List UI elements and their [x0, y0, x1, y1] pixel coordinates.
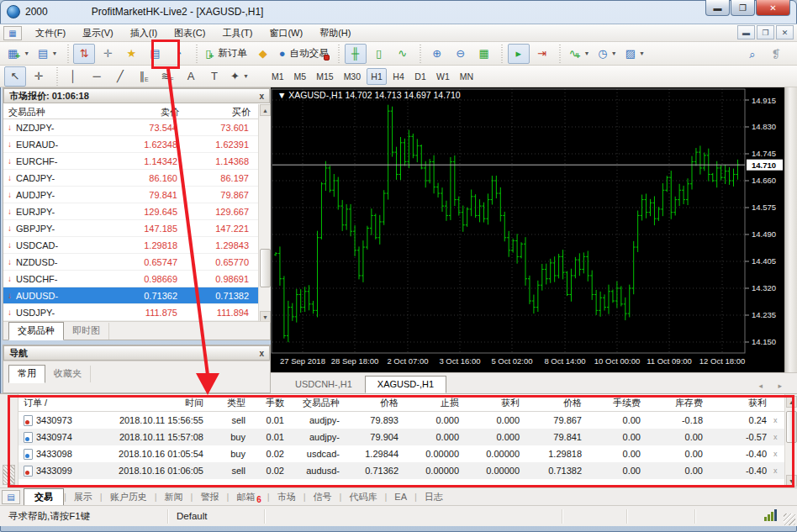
menu-view[interactable]: 显示(V) — [74, 25, 122, 41]
zoom-out-button[interactable]: ⊖ — [450, 44, 472, 64]
timeframe-m30[interactable]: M30 — [340, 68, 365, 85]
chart-tab-USDCNH-,H1[interactable]: USDCNH-,H1 — [282, 376, 365, 393]
navigator-titlebar[interactable]: 导航 x — [3, 345, 270, 361]
scroll-up-icon[interactable]: ▲ — [786, 396, 797, 408]
text-label-tool[interactable]: T — [203, 66, 225, 87]
tab-交易品种[interactable]: 交易品种 — [8, 322, 64, 340]
market-watch-row[interactable]: ↓EURJPY-129.645129.667 — [3, 203, 270, 220]
chart-system-icon[interactable]: ▦ — [3, 26, 22, 40]
chart-restore-button[interactable]: ❐ — [757, 25, 774, 40]
vertical-line-tool[interactable]: │ — [62, 66, 84, 87]
tab-收藏夹[interactable]: 收藏夹 — [45, 366, 91, 382]
market-watch-row[interactable]: ↓USDCHF-0.986690.98691 — [3, 271, 270, 287]
terminal-tab-邮箱[interactable]: 邮箱6 — [229, 489, 267, 505]
orders-col-header[interactable]: 获利 — [464, 397, 525, 409]
scrollbar-thumb[interactable] — [260, 249, 271, 287]
menu-window[interactable]: 窗口(W) — [261, 25, 311, 41]
trendline-tool[interactable]: ╱ — [109, 66, 131, 87]
cursor-tool[interactable]: ↖ — [4, 66, 26, 87]
tab-常用[interactable]: 常用 — [8, 365, 45, 383]
terminal-tab-代码库[interactable]: 代码库 — [341, 489, 384, 505]
terminal-button[interactable]: ▤ — [144, 44, 166, 64]
market-watch-header[interactable]: 交易品种 卖价 买价 — [3, 103, 270, 119]
dropdown-caret-icon[interactable]: ▼ — [583, 50, 589, 56]
fibonacci-tool[interactable]: ≋F — [156, 66, 178, 87]
chart-area[interactable]: 14.91514.83014.74514.66014.57514.49014.4… — [271, 87, 784, 372]
terminal-tab-日志[interactable]: 日志 — [417, 489, 451, 505]
text-tool[interactable]: A — [180, 66, 202, 87]
autotrading-button[interactable]: ●自动交易 — [276, 44, 332, 64]
window-close-button[interactable]: ✕ — [756, 0, 790, 16]
dropdown-caret-icon[interactable]: ▼ — [611, 50, 617, 56]
menu-insert[interactable]: 插入(I) — [122, 25, 166, 41]
orders-col-header[interactable]: 手续费 — [587, 397, 646, 409]
timeframe-w1[interactable]: W1 — [432, 68, 454, 85]
dropdown-caret-icon[interactable]: ▼ — [24, 50, 29, 56]
orders-col-header[interactable]: 价格 — [345, 397, 404, 409]
timeframe-h1[interactable]: H1 — [367, 68, 387, 85]
col-bid[interactable]: 卖价 — [117, 103, 184, 119]
orders-header-row[interactable]: 订单 /时间类型手数交易品种价格止损获利价格手续费库存费获利 — [18, 394, 784, 412]
market-watch-titlebar[interactable]: 市场报价: 01:06:18 x — [3, 88, 270, 103]
menu-tools[interactable]: 工具(T) — [214, 25, 261, 41]
terminal-scrollbar[interactable]: ▲ ▼ — [784, 394, 797, 488]
orders-col-header[interactable]: 交易品种 — [289, 397, 345, 409]
market-watch-row[interactable]: ↓AUDJPY-79.84179.867 — [3, 187, 270, 203]
market-watch-scrollbar[interactable]: ▲ ▼ — [258, 104, 271, 323]
orders-col-header[interactable]: 止损 — [404, 397, 464, 409]
timeframe-mn[interactable]: MN — [456, 68, 478, 85]
timeframe-m15[interactable]: M15 — [312, 68, 337, 85]
col-ask[interactable]: 买价 — [184, 103, 256, 119]
scrollbar-thumb[interactable] — [786, 411, 797, 443]
workspace-scroll-strip[interactable] — [784, 87, 797, 372]
close-order-icon[interactable]: x — [772, 433, 778, 441]
price-chart[interactable]: 14.91514.83014.74514.66014.57514.49014.4… — [271, 87, 784, 372]
periods-button[interactable]: ◷▼ — [594, 44, 620, 64]
strategy-tester-button[interactable]: ◔ — [167, 44, 189, 64]
menu-file[interactable]: 文件(F) — [27, 25, 74, 41]
orders-col-header[interactable]: 类型 — [208, 397, 251, 409]
market-watch-row[interactable]: ↓EURCHF-1.143421.14368 — [3, 153, 270, 170]
close-order-icon[interactable]: x — [772, 466, 778, 475]
tab-即时图[interactable]: 即时图 — [64, 323, 109, 340]
window-minimize-button[interactable]: ▬ — [705, 0, 730, 16]
candlestick-chart-button[interactable]: ▯ — [368, 44, 390, 64]
menu-charts[interactable]: 图表(C) — [166, 25, 214, 41]
market-watch-row[interactable]: ↓USDJPY-111.875111.894 — [3, 304, 270, 321]
chart-minimize-button[interactable]: ▬ — [737, 25, 755, 40]
chart-tab-XAGUSD-,H1[interactable]: XAGUSD-,H1 — [365, 376, 446, 393]
new-order-button[interactable]: ▯+新订单 — [202, 44, 251, 64]
terminal-tab-市场[interactable]: 市场 — [270, 489, 303, 505]
close-order-icon[interactable]: x — [772, 416, 778, 424]
dropdown-caret-icon[interactable]: ▼ — [639, 50, 645, 56]
market-watch-row[interactable]: ↓NZDJPY-73.54473.601 — [3, 119, 270, 136]
scroll-down-icon[interactable]: ▼ — [786, 475, 797, 487]
market-watch-row[interactable]: ↓USDCAD-1.298181.29843 — [3, 237, 270, 254]
navigator-close-icon[interactable]: x — [259, 349, 264, 358]
dropdown-caret-icon[interactable]: ▼ — [51, 50, 57, 56]
indicators-button[interactable]: ∿+▼ — [566, 44, 594, 64]
crosshair-tool[interactable]: ✛ — [28, 66, 50, 87]
dropdown-caret-icon[interactable]: ▼ — [243, 73, 249, 79]
orders-col-header[interactable]: 库存费 — [646, 397, 708, 409]
orders-col-header[interactable]: 订单 / — [18, 397, 108, 409]
terminal-tab-信号[interactable]: 信号 — [306, 489, 340, 505]
menu-help[interactable]: 帮助(H) — [311, 25, 359, 41]
search-icon[interactable]: ⌕ — [742, 44, 763, 64]
market-watch-row[interactable]: ↓EURAUD-1.623481.62391 — [3, 136, 270, 153]
terminal-tab-EA[interactable]: EA — [387, 490, 414, 503]
order-row[interactable]: 34330992018.10.16 01:06:05sell0.02audusd… — [18, 462, 784, 479]
orders-col-header[interactable]: 价格 — [525, 397, 587, 409]
horizontal-line-tool[interactable]: ─ — [86, 66, 108, 87]
close-order-icon[interactable]: x — [772, 450, 778, 458]
terminal-tab-警报[interactable]: 警报 — [193, 489, 226, 505]
timeframe-d1[interactable]: D1 — [410, 68, 430, 85]
terminal-tab-账户历史[interactable]: 账户历史 — [103, 489, 155, 505]
market-watch-row[interactable]: ↓CADJPY-86.16086.197 — [3, 170, 270, 187]
resize-grip[interactable] — [784, 514, 795, 525]
profiles-button[interactable]: ▤▼ — [34, 44, 61, 64]
terminal-tab-展示[interactable]: 展示 — [66, 489, 100, 505]
tab-scroll-arrows-icon[interactable]: ◂ ▸ — [758, 382, 789, 390]
col-symbol[interactable]: 交易品种 — [3, 103, 117, 119]
order-row[interactable]: 34309732018.10.11 15:56:55sell0.01audjpy… — [18, 412, 784, 429]
